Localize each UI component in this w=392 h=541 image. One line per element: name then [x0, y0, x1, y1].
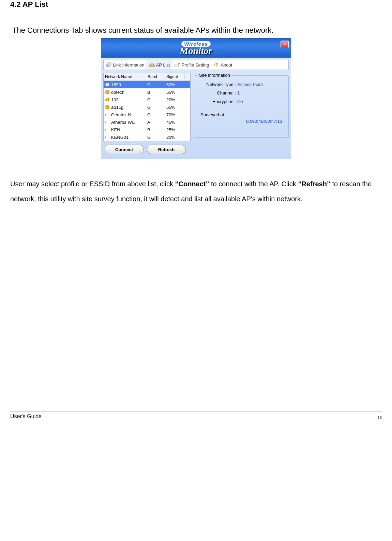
footer-title: User's Guide: [10, 413, 42, 420]
lock-icon: 𝕚: [104, 90, 110, 94]
antenna-icon: 𝕚: [104, 128, 110, 132]
svg-rect-2: [150, 65, 154, 67]
row-band: A: [145, 120, 164, 125]
antenna-icon: 𝕚: [104, 120, 110, 124]
row-band: G: [145, 105, 164, 110]
profile-icon: [174, 62, 180, 68]
table-row[interactable]: 𝕚Gemtek-NG70%: [104, 111, 190, 118]
row-band: G: [145, 97, 164, 102]
svg-text:?: ?: [216, 62, 218, 66]
row-network-name: Atheros Wi...: [110, 120, 145, 125]
col-band[interactable]: Band: [146, 74, 165, 79]
tab-profile-setting[interactable]: Profile Setting: [172, 60, 211, 70]
row-signal: 20%: [164, 135, 190, 140]
table-row[interactable]: 𝕚ap11gG55%: [104, 103, 190, 111]
section-title: 4.2 AP List: [10, 0, 382, 9]
table-row[interactable]: 𝕚KENB25%: [104, 126, 190, 133]
row-signal: 45%: [164, 120, 190, 125]
network-type-label: Network Type :: [198, 82, 237, 87]
row-network-name: ap11g: [110, 105, 145, 110]
antenna-icon: 𝕚: [104, 135, 110, 139]
tab-label: Link Information: [113, 62, 145, 68]
page-number: 18: [378, 415, 382, 420]
row-network-name: 1590: [110, 82, 145, 87]
intro-text: The Connections Tab shows current status…: [10, 26, 382, 35]
col-network-name[interactable]: Network Name: [104, 74, 146, 79]
col-signal[interactable]: Signal: [165, 74, 185, 79]
table-row[interactable]: 𝕚Atheros Wi...A45%: [104, 118, 190, 126]
row-network-name: KENG01: [110, 135, 145, 140]
row-signal: 70%: [164, 112, 190, 117]
svg-rect-3: [175, 64, 178, 67]
table-row[interactable]: 𝕚103G20%: [104, 96, 190, 103]
channel-label: Channel :: [198, 90, 237, 96]
svg-rect-1: [108, 63, 111, 65]
surveyed-at-label: Surveyed at :: [198, 112, 284, 117]
logo-bottom: Monitor: [180, 46, 212, 56]
network-type-value: Access Point: [237, 82, 263, 87]
table-row[interactable]: 𝕚optechB55%: [104, 88, 190, 96]
site-information-panel: Site Information Network Type : Access P…: [194, 75, 289, 138]
table-row[interactable]: 𝕚KENG01G20%: [104, 133, 190, 141]
antenna-icon: 𝕚: [104, 113, 110, 117]
lock-icon: 𝕚: [104, 83, 110, 87]
table-row[interactable]: 𝕚1590G60%: [104, 81, 190, 88]
row-network-name: Gemtek-N: [110, 112, 145, 117]
row-signal: 60%: [164, 82, 190, 87]
tab-about[interactable]: ? About: [211, 60, 234, 70]
ap-list-icon: [149, 62, 155, 68]
row-network-name: KEN: [110, 127, 145, 132]
row-signal: 25%: [164, 127, 190, 132]
wireless-monitor-window: Wireless Monitor × Link Information AP L…: [101, 38, 291, 159]
tabs: Link Information AP List Profile Setting: [103, 60, 289, 70]
table-header: Network Name Band Signal: [104, 73, 190, 81]
row-signal: 55%: [164, 105, 190, 110]
tab-label: Profile Setting: [181, 62, 209, 68]
window-body: Link Information AP List Profile Setting: [101, 58, 291, 159]
connect-button[interactable]: Connect: [105, 145, 144, 154]
lock-icon: 𝕚: [104, 98, 110, 102]
para-text: User may select profile or ESSID from ab…: [10, 180, 175, 188]
encryption-value: On: [237, 99, 243, 104]
row-band: G: [145, 82, 164, 87]
row-band: G: [145, 112, 164, 117]
row-signal: 55%: [164, 90, 190, 95]
close-icon[interactable]: ×: [281, 41, 289, 48]
row-network-name: 103: [110, 97, 145, 102]
titlebar[interactable]: Wireless Monitor ×: [101, 39, 291, 58]
lock-icon: 𝕚: [104, 105, 110, 109]
para-bold-refresh: “Refresh”: [298, 180, 330, 188]
refresh-button[interactable]: Refresh: [147, 145, 186, 154]
tab-link-information[interactable]: Link Information: [104, 60, 147, 70]
row-band: B: [145, 127, 164, 132]
app-logo: Wireless Monitor: [180, 41, 212, 56]
tab-label: AP List: [156, 62, 170, 68]
para-bold-connect: “Connect”: [175, 180, 209, 188]
body-paragraph: User may select profile or ESSID from ab…: [10, 176, 382, 206]
para-text: to connect with the AP. Click: [209, 180, 298, 188]
channel-value: 1: [237, 90, 240, 96]
tab-ap-list[interactable]: AP List: [147, 60, 172, 70]
encryption-label: Encryption :: [198, 99, 237, 104]
row-band: B: [145, 90, 164, 95]
surveyed-at-value: 00:90:4B:63:47:13: [198, 119, 284, 124]
ap-list-table[interactable]: Network Name Band Signal 𝕚1590G60%𝕚optec…: [103, 73, 191, 141]
row-band: G: [145, 135, 164, 140]
site-info-legend: Site Information: [198, 73, 231, 78]
row-network-name: optech: [110, 90, 145, 95]
tab-label: About: [221, 62, 232, 68]
about-icon: ?: [213, 62, 220, 68]
row-signal: 20%: [164, 97, 190, 102]
link-info-icon: [106, 62, 112, 68]
